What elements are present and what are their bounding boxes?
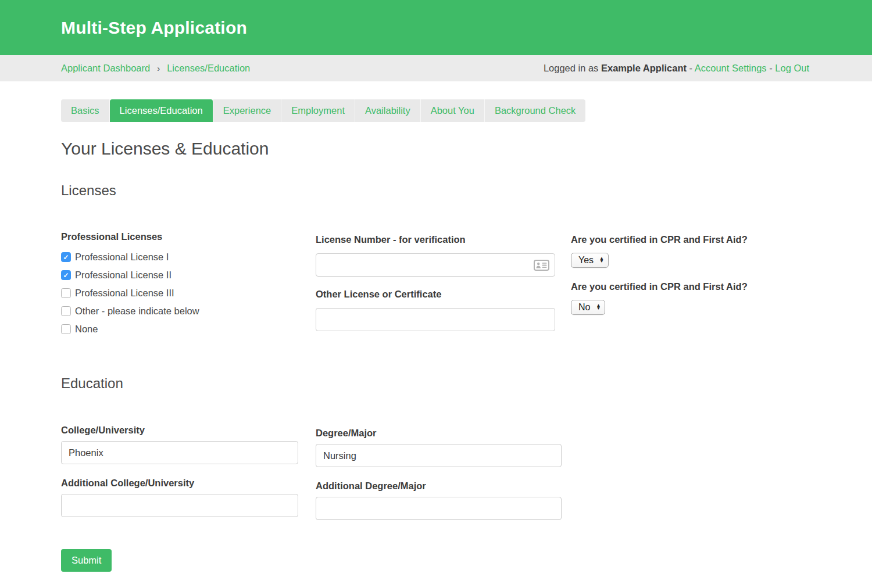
main-content: Your Licenses & Education Licenses Profe… — [0, 139, 872, 520]
licenses-section-heading: Licenses — [61, 182, 811, 199]
additional-degree-input[interactable] — [316, 497, 562, 520]
tab-basics[interactable]: Basics — [61, 99, 110, 122]
professional-licenses-list: ✓ Professional License I ✓ Professional … — [61, 248, 316, 338]
check-icon: ✓ — [63, 272, 69, 279]
tab-availability[interactable]: Availability — [355, 99, 421, 122]
cpr-question-2-label: Are you certified in CPR and First Aid? — [571, 281, 811, 292]
page-title: Your Licenses & Education — [61, 139, 811, 159]
other-license-input-wrap — [316, 308, 555, 331]
logged-in-prefix: Logged in as — [544, 63, 599, 73]
submit-button[interactable]: Submit — [61, 549, 112, 572]
tab-background-check[interactable]: Background Check — [485, 99, 585, 122]
checkbox-icon[interactable]: ✓ — [61, 306, 71, 316]
degree-input[interactable] — [316, 444, 562, 467]
step-tabs: Basics Licenses/Education Experience Emp… — [61, 99, 872, 122]
checkbox-icon[interactable]: ✓ — [61, 252, 71, 262]
additional-degree-label: Additional Degree/Major — [316, 481, 811, 492]
breadcrumb: Applicant Dashboard › Licenses/Education — [61, 63, 250, 74]
college-group: College/University Additional College/Un… — [61, 425, 316, 520]
user-name: Example Applicant — [601, 63, 687, 73]
other-license-label: Other License or Certificate — [316, 289, 571, 300]
select-arrows-icon: ▲▼ — [596, 304, 601, 310]
tab-licenses-education[interactable]: Licenses/Education — [110, 99, 213, 122]
college-input[interactable] — [61, 441, 298, 464]
checkbox-label: Professional License II — [75, 270, 171, 281]
select-arrows-icon: ▲▼ — [599, 257, 604, 263]
professional-licenses-group: Professional Licenses ✓ Professional Lic… — [61, 231, 316, 338]
checkbox-none[interactable]: ✓ None — [61, 320, 316, 338]
login-info: Logged in as Example Applicant - Account… — [544, 63, 809, 74]
license-number-input[interactable] — [316, 253, 555, 277]
tab-about-you[interactable]: About You — [421, 99, 485, 122]
cpr-group: Are you certified in CPR and First Aid? … — [571, 231, 811, 338]
license-number-group: License Number - for verification Other … — [316, 231, 571, 338]
professional-licenses-label: Professional Licenses — [61, 231, 162, 242]
dash-separator: - — [769, 63, 773, 73]
checkbox-label: Other - please indicate below — [75, 306, 199, 317]
checkbox-label: Professional License III — [75, 288, 174, 299]
cpr-question-1-label: Are you certified in CPR and First Aid? — [571, 234, 748, 245]
chevron-right-icon: › — [157, 63, 160, 73]
license-number-input-wrap — [316, 253, 555, 277]
app-header: Multi-Step Application — [0, 0, 872, 55]
dash-separator: - — [689, 63, 693, 73]
licenses-section: Professional Licenses ✓ Professional Lic… — [61, 231, 811, 338]
contact-card-icon[interactable] — [534, 260, 549, 271]
checkbox-label: Professional License I — [75, 252, 169, 263]
additional-college-label: Additional College/University — [61, 478, 316, 489]
checkbox-icon[interactable]: ✓ — [61, 270, 71, 280]
breadcrumb-link-dashboard[interactable]: Applicant Dashboard — [61, 63, 150, 74]
app-title: Multi-Step Application — [61, 18, 247, 38]
additional-college-input[interactable] — [61, 494, 298, 517]
education-section: College/University Additional College/Un… — [61, 425, 811, 520]
checkbox-professional-license-2[interactable]: ✓ Professional License II — [61, 266, 316, 284]
cpr-select-1-value: Yes — [578, 255, 594, 266]
account-settings-link[interactable]: Account Settings — [695, 63, 767, 73]
college-label: College/University — [61, 425, 145, 435]
checkbox-professional-license-3[interactable]: ✓ Professional License III — [61, 284, 316, 302]
cpr-select-2-value: No — [578, 302, 590, 313]
checkbox-icon[interactable]: ✓ — [61, 288, 71, 298]
breadcrumb-link-licenses-education[interactable]: Licenses/Education — [167, 63, 250, 74]
tab-experience[interactable]: Experience — [213, 99, 282, 122]
checkbox-icon[interactable]: ✓ — [61, 324, 71, 334]
education-section-heading: Education — [61, 375, 811, 392]
other-license-input[interactable] — [316, 308, 555, 331]
cpr-select-2[interactable]: No ▲▼ — [571, 300, 605, 315]
tab-employment[interactable]: Employment — [281, 99, 355, 122]
checkbox-label: None — [75, 324, 98, 335]
license-number-label: License Number - for verification — [316, 234, 466, 245]
checkbox-professional-license-1[interactable]: ✓ Professional License I — [61, 248, 316, 266]
cpr-select-1[interactable]: Yes ▲▼ — [571, 253, 609, 268]
degree-label: Degree/Major — [316, 428, 377, 438]
log-out-link[interactable]: Log Out — [775, 63, 809, 73]
breadcrumb-bar: Applicant Dashboard › Licenses/Education… — [0, 55, 872, 81]
check-icon: ✓ — [63, 254, 69, 261]
degree-group: Degree/Major Additional Degree/Major — [316, 425, 811, 520]
checkbox-other-license[interactable]: ✓ Other - please indicate below — [61, 302, 316, 320]
